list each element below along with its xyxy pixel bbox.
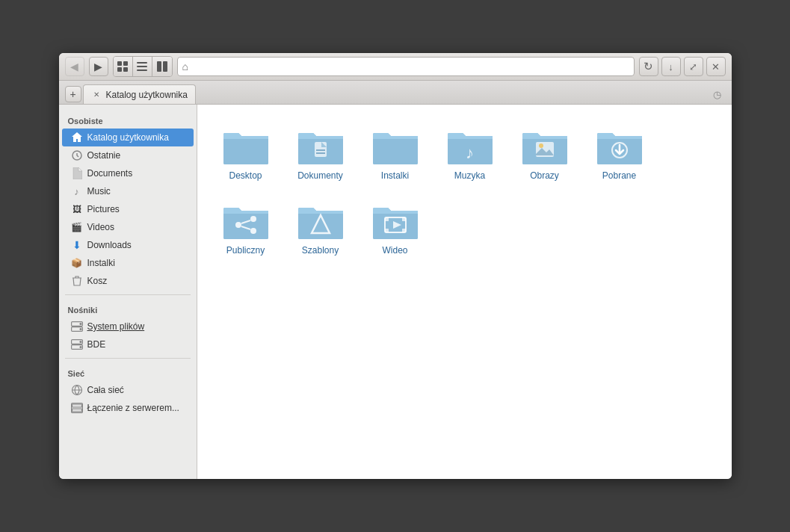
sidebar-item-downloads-label: Downloads <box>87 240 132 250</box>
svg-point-31 <box>250 216 256 222</box>
sidebar: Osobiste Katalog użytkownika Ostatnie Do… <box>59 105 197 479</box>
svg-rect-21 <box>72 409 81 412</box>
file-area: Desktop <box>197 105 732 479</box>
trash-icon <box>71 275 83 287</box>
folder-obrazy[interactable]: Obrazy <box>511 120 578 187</box>
sidebar-item-instalki[interactable]: 📦 Instalki <box>62 254 194 272</box>
sidebar-item-music[interactable]: ♪ Music <box>62 182 194 200</box>
sidebar-item-music-label: Music <box>87 186 111 197</box>
sidebar-item-filesystem[interactable]: System plików <box>62 318 194 335</box>
sidebar-item-pictures-label: Pictures <box>87 204 120 214</box>
folder-publiczny-icon <box>222 200 270 241</box>
close-button[interactable]: ✕ <box>706 57 726 76</box>
folder-desktop-label: Desktop <box>229 170 262 181</box>
sidebar-item-videos[interactable]: 🎬 Videos <box>62 218 194 236</box>
svg-rect-20 <box>72 404 81 407</box>
folder-muzyka-icon: ♪ <box>446 126 494 166</box>
svg-rect-2 <box>117 67 122 72</box>
tab-history-button[interactable]: ◷ <box>709 86 726 102</box>
separator-1 <box>65 294 191 295</box>
address-bar[interactable]: ⌂ <box>177 57 635 76</box>
folder-pobrane[interactable]: Pobrane <box>586 120 653 187</box>
svg-rect-39 <box>385 229 389 232</box>
right-actions: ↻ ↓ ⤢ ✕ <box>639 57 726 76</box>
svg-rect-40 <box>402 229 406 232</box>
address-input[interactable] <box>191 61 629 72</box>
sidebar-item-home-label: Katalog użytkownika <box>87 132 169 143</box>
documents-icon <box>71 167 83 179</box>
folder-obrazy-label: Obrazy <box>530 170 559 181</box>
svg-rect-6 <box>137 69 147 71</box>
sidebar-item-instalki-label: Instalki <box>87 258 115 268</box>
instalki-icon: 📦 <box>71 257 83 269</box>
folder-wideo[interactable]: Wideo <box>362 194 429 262</box>
sidebar-item-downloads[interactable]: ⬇ Downloads <box>62 236 194 254</box>
sidebar-section-siec: Sieć <box>59 363 197 381</box>
sidebar-item-home[interactable]: Katalog użytkownika <box>62 129 194 146</box>
sidebar-item-pictures[interactable]: 🖼 Pictures <box>62 200 194 218</box>
sidebar-item-trash-label: Kosz <box>87 276 108 286</box>
svg-point-32 <box>250 228 256 234</box>
sidebar-item-recent[interactable]: Ostatnie <box>62 146 194 164</box>
svg-point-16 <box>80 341 81 343</box>
home-icon <box>71 132 83 143</box>
file-manager-window: ◀ ▶ <box>59 53 732 479</box>
sidebar-item-documents[interactable]: Documents <box>62 164 194 182</box>
folder-desktop[interactable]: Desktop <box>212 120 280 187</box>
recent-icon <box>71 149 83 161</box>
folder-szablony[interactable]: Szablony <box>287 194 354 262</box>
fullscreen-button[interactable]: ⤢ <box>684 57 703 76</box>
network-icon <box>71 384 83 396</box>
folder-pobrane-icon <box>596 126 644 166</box>
folder-muzyka-label: Muzyka <box>454 170 485 181</box>
back-button[interactable]: ◀ <box>65 57 84 76</box>
svg-point-12 <box>80 324 81 325</box>
svg-rect-0 <box>117 61 122 66</box>
sidebar-item-bde-label: BDE <box>87 339 106 350</box>
svg-rect-4 <box>137 62 147 64</box>
folder-instalki[interactable]: Instalki <box>362 120 429 187</box>
folder-dokumenty-icon <box>297 126 345 166</box>
view-compact-button[interactable] <box>152 57 172 76</box>
folder-dokumenty-label: Dokumenty <box>297 170 343 181</box>
separator-2 <box>65 358 191 359</box>
folder-wideo-icon <box>371 200 419 241</box>
tab-label: Katalog użytkownika <box>106 90 188 100</box>
folder-wideo-label: Wideo <box>382 245 407 256</box>
view-toggle-group <box>113 56 173 77</box>
view-icons-button[interactable] <box>114 57 133 76</box>
toolbar: ◀ ▶ <box>59 53 732 81</box>
tabbar: + ✕ Katalog użytkownika ◷ <box>59 81 732 105</box>
downloads-icon: ⬇ <box>71 239 83 251</box>
tab-katalog[interactable]: ✕ Katalog użytkownika <box>83 84 196 104</box>
svg-rect-8 <box>163 61 167 72</box>
sidebar-section-nosniki: Nośniki <box>59 300 197 318</box>
sidebar-item-bde[interactable]: BDE <box>62 335 194 353</box>
folder-desktop-icon <box>222 126 270 166</box>
folder-instalki-icon <box>371 126 419 166</box>
sidebar-item-network[interactable]: Cała sieć <box>62 381 194 399</box>
tab-close-icon[interactable]: ✕ <box>91 90 102 100</box>
videos-icon: 🎬 <box>71 221 83 233</box>
svg-text:♪: ♪ <box>466 143 474 162</box>
sidebar-item-server[interactable]: Łączenie z serwerem... <box>62 399 194 417</box>
sidebar-item-documents-label: Documents <box>87 168 133 179</box>
folder-obrazy-icon <box>521 126 569 166</box>
svg-rect-3 <box>123 67 128 72</box>
folder-muzyka[interactable]: ♪ Muzyka <box>436 120 504 187</box>
folder-grid: Desktop <box>212 120 717 262</box>
pictures-icon: 🖼 <box>71 203 83 215</box>
view-list-button[interactable] <box>133 57 152 76</box>
sidebar-item-server-label: Łączenie z serwerem... <box>87 403 179 413</box>
svg-rect-7 <box>157 61 161 72</box>
forward-button[interactable]: ▶ <box>89 57 108 76</box>
refresh-button[interactable]: ↻ <box>639 57 658 76</box>
filesystem-icon <box>71 321 83 332</box>
new-tab-button[interactable]: + <box>65 86 81 102</box>
sidebar-item-trash[interactable]: Kosz <box>62 272 194 290</box>
folder-publiczny[interactable]: Publiczny <box>212 194 280 262</box>
svg-point-27 <box>539 143 543 148</box>
download-button[interactable]: ↓ <box>661 57 681 76</box>
folder-dokumenty[interactable]: Dokumenty <box>287 120 354 187</box>
sidebar-item-videos-label: Videos <box>87 222 114 232</box>
